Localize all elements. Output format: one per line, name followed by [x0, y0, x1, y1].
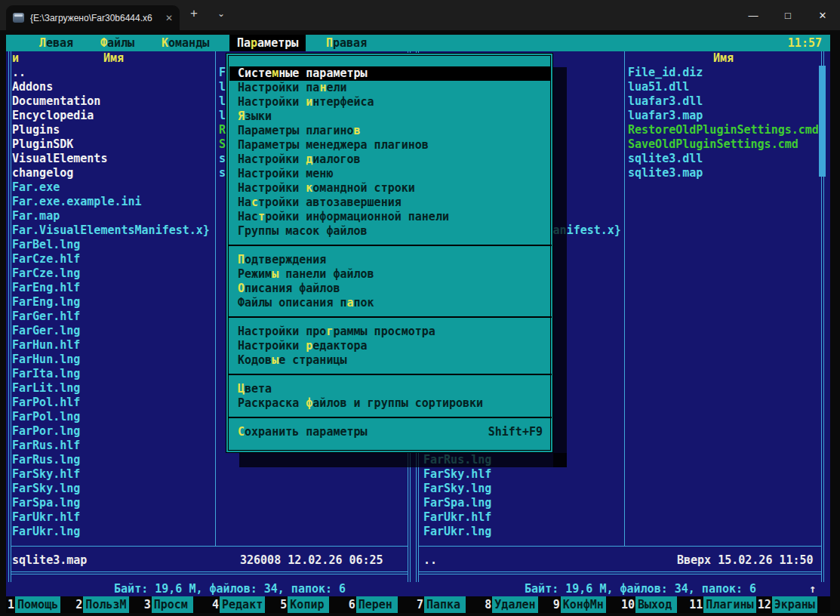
minimize-button[interactable]: —: [736, 0, 771, 30]
tab-close-icon[interactable]: ✕: [165, 13, 173, 23]
menubar-item[interactable]: Правая: [326, 35, 367, 51]
menubar-item[interactable]: Команды: [162, 35, 209, 51]
file-item[interactable]: FarSky.hlf: [423, 467, 624, 482]
file-item[interactable]: FarRus.hlf: [12, 439, 215, 453]
menu-item[interactable]: Кодовые страницы: [229, 353, 551, 368]
fnkey-8[interactable]: 8Удален: [485, 596, 537, 613]
file-item[interactable]: Far.exe.example.ini: [12, 195, 215, 209]
file-item[interactable]: FarPol.hlf: [12, 396, 215, 410]
menu-item[interactable]: Описания файлов: [229, 282, 551, 296]
file-item[interactable]: FarSky.lng: [12, 482, 215, 496]
file-item[interactable]: Far.VisualElementsManifest.x}: [12, 223, 215, 238]
file-item[interactable]: sqlite3.dll: [628, 152, 819, 166]
fnkey-number: 2: [75, 596, 83, 613]
menu-item[interactable]: Настройки меню: [229, 167, 551, 181]
fnkey-4[interactable]: 4Редакт: [212, 596, 265, 613]
menu-item[interactable]: Параметры плагинов: [229, 124, 551, 138]
file-item[interactable]: File_id.diz: [628, 66, 819, 80]
menu-item[interactable]: Параметры менеджера плагинов: [229, 138, 551, 152]
file-item[interactable]: FarSky.lng: [423, 482, 624, 496]
file-item[interactable]: FarSky.hlf: [12, 467, 215, 482]
menu-item[interactable]: Системные параметры: [229, 66, 551, 81]
file-item[interactable]: FarUkr.hlf: [423, 510, 624, 525]
fnkey-5[interactable]: 5Копир: [280, 596, 329, 613]
menubar-item[interactable]: Файлы: [100, 35, 134, 51]
tab-dropdown-icon[interactable]: ⌄: [217, 8, 225, 19]
history-arrow-icon[interactable]: ↑: [809, 582, 816, 596]
menu-item[interactable]: Сохранить параметрыShift+F9: [229, 425, 551, 439]
file-item[interactable]: FarCze.lng: [12, 266, 215, 281]
fnkey-11[interactable]: 11Плагины: [689, 596, 755, 613]
file-item[interactable]: luafar3.map: [628, 109, 819, 123]
file-item[interactable]: FarLit.lng: [12, 381, 215, 396]
menu-item[interactable]: Настройки автозавершения: [229, 196, 551, 210]
file-item[interactable]: FarGer.lng: [12, 324, 215, 338]
file-item[interactable]: Far.map: [12, 209, 215, 223]
file-item[interactable]: FarPor.lng: [12, 424, 215, 439]
file-item[interactable]: FarUkr.lng: [423, 525, 624, 539]
menu-item[interactable]: Настройки интерфейса: [229, 95, 551, 109]
new-tab-button[interactable]: +: [190, 6, 198, 21]
file-item[interactable]: sqlite3.map: [628, 166, 819, 180]
fnkey-7[interactable]: 7Папка: [417, 596, 466, 613]
file-item[interactable]: RestoreOldPluginSettings.cmd: [628, 123, 819, 137]
file-item[interactable]: VisualElements: [12, 152, 215, 166]
fnkey-6[interactable]: 6Перен: [349, 596, 398, 613]
close-button[interactable]: ✕: [805, 0, 840, 30]
menu-item[interactable]: Настройки панели: [229, 81, 551, 95]
fnkey-1[interactable]: 1Помощь: [8, 596, 60, 613]
file-item[interactable]: FarBel.lng: [12, 238, 215, 252]
file-item[interactable]: FarIta.lng: [12, 367, 215, 381]
fnkey-9[interactable]: 9КонфМн: [553, 596, 606, 613]
menubar-item[interactable]: Левая: [39, 35, 73, 51]
file-item[interactable]: FarRus.lng: [12, 453, 215, 467]
menu-item[interactable]: Режимы панели файлов: [229, 267, 551, 282]
fnkey-12[interactable]: 12Экраны: [758, 596, 817, 613]
menu-item[interactable]: Настройки командной строки: [229, 181, 551, 196]
fnkey-2[interactable]: 2ПользМ: [75, 596, 128, 613]
terminal-tab[interactable]: {E:\Загружено\Far30b6444.x6 ✕: [6, 5, 180, 30]
fnkey-3[interactable]: 3Просм: [144, 596, 193, 613]
menu-item[interactable]: Цвета: [229, 382, 551, 396]
fnkey-10[interactable]: 10Выход: [621, 596, 677, 613]
file-item[interactable]: SaveOldPluginSettings.cmd: [628, 137, 819, 152]
menu-item[interactable]: Настройки диалогов: [229, 152, 551, 167]
file-item[interactable]: FarCze.hlf: [12, 252, 215, 266]
file-item[interactable]: FarEng.lng: [12, 295, 215, 310]
file-item[interactable]: Addons: [12, 80, 215, 94]
file-item[interactable]: FarPol.lng: [12, 410, 215, 424]
menu-item[interactable]: Настройки программы просмотра: [229, 325, 551, 339]
menu-item[interactable]: Файлы описания папок: [229, 296, 551, 310]
file-item[interactable]: luafar3.dll: [628, 94, 819, 109]
file-item[interactable]: lua51.dll: [628, 80, 819, 94]
hotkey-letter: К: [162, 36, 168, 50]
file-item[interactable]: FarGer.hlf: [12, 310, 215, 324]
menu-item[interactable]: Раскраска файлов и группы сортировки: [229, 396, 551, 411]
file-item[interactable]: changelog: [12, 166, 215, 180]
menu-separator: [229, 368, 552, 382]
file-item[interactable]: ..: [12, 66, 215, 80]
current-file-details: Вверх 15.02.26 11:50: [677, 553, 814, 568]
file-item[interactable]: FarSpa.lng: [12, 496, 215, 510]
file-item[interactable]: FarUkr.lng: [12, 525, 215, 539]
file-item[interactable]: Far.exe: [12, 180, 215, 195]
file-item[interactable]: FarEng.hlf: [12, 281, 215, 295]
file-item[interactable]: FarHun.lng: [12, 353, 215, 367]
menu-item[interactable]: Языки: [229, 109, 551, 124]
file-item[interactable]: PluginSDK: [12, 137, 215, 152]
scrollbar-thumb[interactable]: [819, 66, 826, 177]
file-item[interactable]: FarSpa.lng: [423, 496, 624, 510]
menubar-item[interactable]: Параметры: [229, 35, 306, 51]
file-item[interactable]: Plugins: [12, 123, 215, 137]
file-item[interactable]: FarUkr.hlf: [12, 510, 215, 525]
maximize-button[interactable]: □: [771, 0, 805, 30]
file-item[interactable]: Encyclopedia: [12, 109, 215, 123]
menu-item[interactable]: Настройки информационной панели: [229, 210, 551, 224]
menu-item[interactable]: Подтверждения: [229, 253, 551, 267]
file-item[interactable]: Documentation: [12, 94, 215, 109]
fnkey-label: Папка: [424, 596, 466, 613]
menu-item[interactable]: Группы масок файлов: [229, 224, 551, 239]
command-line[interactable]: E:\Загружено\Far30b6444.x64.20260212>: [8, 582, 300, 596]
file-item[interactable]: FarHun.hlf: [12, 338, 215, 353]
menu-item[interactable]: Настройки редактора: [229, 339, 551, 353]
